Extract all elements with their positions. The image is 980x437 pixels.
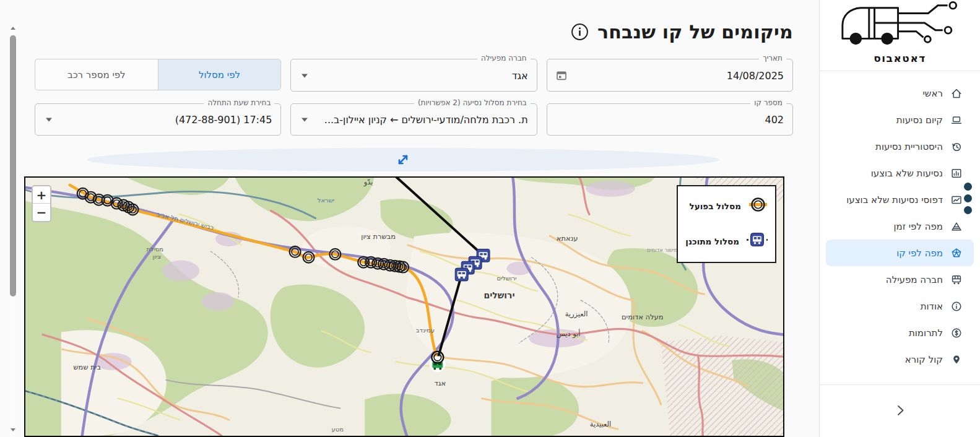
brand: דאטאבוס — [820, 0, 980, 71]
route-select-label: בחירת מסלול נסיעה (2 אפשרויות) — [414, 98, 531, 107]
actual-route-icon — [748, 195, 768, 217]
sidebar-item-open-call[interactable]: קול קורא — [826, 346, 974, 373]
map-place-label: ענאתא — [557, 234, 578, 243]
chevron-right-icon — [893, 403, 908, 418]
map-legend: מסלול בפועל מסלול מתוכנן — [677, 185, 776, 263]
map-place-label: מטע — [332, 426, 344, 433]
legend-row-actual: מסלול בפועל — [685, 195, 768, 217]
chevron-down-icon — [46, 118, 52, 122]
zoom-in-button[interactable]: + — [33, 186, 50, 204]
date-field-value: 14/08/2025 — [575, 69, 784, 81]
calendar-icon[interactable] — [555, 69, 568, 82]
operator-select-label: חברה מפעילה — [477, 54, 531, 63]
sidebar-item-operating-company[interactable]: חברה מפעילה — [826, 266, 974, 293]
legend-actual-label: מסלול בפועל — [689, 201, 741, 211]
laptop-icon — [950, 114, 963, 126]
dot-icon — [964, 206, 972, 214]
chevron-down-icon — [301, 118, 308, 122]
pin-icon — [950, 353, 963, 366]
map-place-label: מעלה אדומים — [622, 313, 663, 321]
sidebar-item-label: ראשי — [923, 88, 943, 99]
info-icon[interactable] — [571, 23, 589, 41]
planned-bus-marker[interactable] — [455, 268, 468, 281]
map-place-label: أبو ديس — [557, 329, 581, 339]
map-place-label: العبيدية — [590, 420, 611, 428]
map[interactable]: بدّوישראלכביש ירושלים תל אביבמסילתציוןמב… — [24, 176, 784, 437]
sidebar-item-trips-history[interactable]: היסטוריית נסיעות — [826, 133, 974, 160]
scroll-up-icon — [11, 27, 15, 30]
mountain-icon — [950, 220, 963, 233]
sidebar: דאטאבוס ראשיקיום נסיעותהיסטוריית נסיעותנ… — [819, 0, 980, 437]
map-place-label: עמינדב — [416, 327, 435, 334]
sidebar-divider — [820, 384, 980, 385]
sidebar-item-label: נסיעות שלא בוצעו — [871, 168, 943, 179]
map-place-label: מסילת — [146, 246, 163, 253]
map-place-label: العيزرية — [565, 309, 588, 319]
operator-select-value: אגד — [318, 69, 527, 81]
sidebar-item-missed-trips-patterns[interactable]: דפוסי נסיעות שלא בוצעו — [826, 186, 974, 213]
map-place-label: בית שמש — [74, 363, 102, 371]
dollar-icon — [950, 327, 963, 339]
map-place-label: ירושלים — [497, 275, 516, 282]
page-title: מיקומים של קו שנבחר — [597, 21, 793, 43]
line-chart-icon — [950, 194, 963, 206]
sidebar-item-about[interactable]: אודות — [826, 293, 974, 319]
scrollbar-up-button[interactable] — [8, 24, 17, 33]
toggle-by-route-button[interactable]: לפי מסלול — [158, 59, 282, 90]
planned-route-icon — [747, 230, 768, 252]
line-number-field[interactable]: מספר קו 402 — [547, 103, 793, 136]
main-content: מיקומים של קו שנבחר תאריך 14/08/2025 חבר… — [0, 0, 818, 437]
toggle-by-vehicle-button[interactable]: לפי מספר רכב — [35, 59, 158, 90]
sidebar-item-home[interactable]: ראשי — [826, 80, 974, 106]
legend-row-planned: מסלול מתוכנן — [685, 230, 768, 252]
sidebar-item-map-by-time[interactable]: מפה לפי זמן — [826, 213, 974, 240]
sidebar-item-label: קול קורא — [905, 354, 943, 365]
sidebar-collapse-button[interactable] — [893, 403, 908, 420]
page-header: מיקומים של קו שנבחר — [571, 21, 793, 43]
start-time-select[interactable]: בחירת שעת התחלה (472-88-901) 17:45 — [35, 103, 281, 136]
sidebar-item-donations[interactable]: לתרומות — [826, 319, 974, 346]
start-time-label: בחירת שעת התחלה — [204, 98, 274, 107]
start-time-value: (472-88-901) 17:45 — [63, 114, 272, 126]
sidebar-item-map-by-line[interactable]: מפה לפי קו — [826, 240, 974, 266]
page-scrollbar[interactable] — [8, 24, 17, 437]
bus-icon — [950, 274, 963, 286]
sidebar-item-label: אודות — [921, 301, 943, 312]
map-expand-band — [87, 148, 719, 171]
scrollbar-thumb[interactable] — [10, 35, 16, 296]
map-place-label: ירושלים — [483, 290, 514, 300]
pentagon-icon — [950, 247, 963, 259]
sidebar-item-label: קיום נסיעות — [896, 115, 943, 126]
operator-select[interactable]: חברה מפעילה אגד — [290, 59, 537, 92]
map-place-label: אגד — [435, 379, 446, 387]
map-zoom-control: + − — [32, 185, 51, 222]
floating-dots-widget[interactable] — [964, 183, 972, 214]
route-select[interactable]: בחירת מסלול נסיעה (2 אפשרויות) ת. רכבת מ… — [290, 103, 537, 136]
map-place-label: ציון — [153, 253, 162, 260]
line-number-value: 402 — [575, 114, 784, 126]
chevron-down-icon — [301, 74, 308, 77]
sidebar-item-label: לתרומות — [909, 327, 943, 339]
history-icon — [950, 141, 963, 153]
sidebar-item-missed-trips[interactable]: נסיעות שלא בוצעו — [826, 160, 974, 186]
sidebar-nav: ראשיקיום נסיעותהיסטוריית נסיעותנסיעות של… — [820, 71, 980, 373]
sidebar-item-label: מפה לפי קו — [896, 248, 943, 259]
expand-map-button[interactable] — [395, 152, 411, 168]
databus-logo — [836, 0, 963, 51]
info-icon — [950, 300, 963, 313]
dot-icon — [964, 194, 972, 202]
sidebar-item-trips-execution[interactable]: קיום נסיעות — [826, 106, 974, 133]
sidebar-item-label: חברה מפעילה — [886, 274, 943, 285]
map-place-label: מבשרת ציון — [361, 232, 396, 241]
sidebar-item-label: דפוסי נסיעות שלא בוצעו — [846, 194, 943, 206]
scrollbar-down-button[interactable] — [8, 425, 17, 435]
map-place-label: מישור אדומים — [647, 247, 677, 253]
legend-planned-label: מסלול מתוכנן — [685, 236, 739, 246]
map-canvas[interactable]: بدّوישראלכביש ירושלים תל אביבמסילתציוןמב… — [25, 178, 783, 436]
app-root: מיקומים של קו שנבחר תאריך 14/08/2025 חבר… — [0, 0, 980, 437]
bar-chart-icon — [950, 167, 963, 180]
route-select-value: ת. רכבת מלחה/מודעי-ירושלים ← קניון איילו… — [318, 114, 527, 126]
zoom-out-button[interactable]: − — [33, 204, 50, 221]
date-field[interactable]: תאריך 14/08/2025 — [547, 59, 793, 92]
map-place-label: بدّو — [363, 178, 373, 187]
